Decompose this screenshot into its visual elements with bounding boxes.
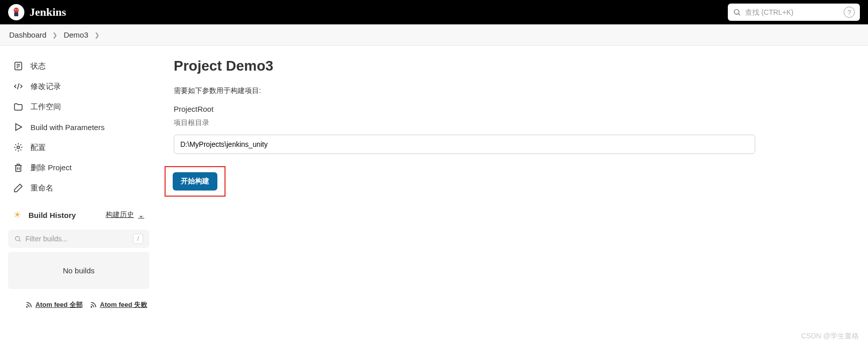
sidebar-item-status[interactable]: 状态 xyxy=(4,56,153,76)
sidebar-item-label: 删除 Project xyxy=(30,163,72,173)
search-icon xyxy=(733,8,741,16)
search-icon xyxy=(14,235,21,242)
sidebar-item-workspace[interactable]: 工作空间 xyxy=(4,97,153,117)
atom-feed-fail-link[interactable]: Atom feed 失败 xyxy=(90,300,147,309)
feed-links: Atom feed 全部 Atom feed 失败 xyxy=(4,293,153,313)
sidebar-item-label: Build with Parameters xyxy=(30,123,105,132)
build-history-title: Build History xyxy=(28,211,76,219)
svg-marker-11 xyxy=(16,123,22,130)
search-input[interactable] xyxy=(745,8,840,16)
svg-line-14 xyxy=(19,240,21,242)
atom-feed-all-link[interactable]: Atom feed 全部 xyxy=(25,300,83,309)
gear-icon xyxy=(13,142,23,152)
svg-line-10 xyxy=(17,83,19,89)
pencil-icon xyxy=(13,183,23,193)
sidebar-item-label: 重命名 xyxy=(30,183,53,193)
trend-label: 构建历史 xyxy=(106,210,134,219)
app-title[interactable]: Jenkins xyxy=(29,6,66,19)
folder-icon xyxy=(13,102,23,112)
sidebar-item-label: 工作空间 xyxy=(30,102,61,112)
search-box[interactable]: ? xyxy=(728,4,860,21)
sidebar-item-label: 配置 xyxy=(30,143,46,152)
sun-icon: ☀ xyxy=(13,209,21,220)
svg-point-13 xyxy=(15,236,19,240)
chevron-down-icon: ⌄ xyxy=(138,211,144,219)
header-right: ? xyxy=(728,4,860,21)
svg-point-16 xyxy=(91,306,92,307)
sidebar-item-configure[interactable]: 配置 xyxy=(4,137,153,157)
header: Jenkins ? xyxy=(0,0,868,24)
build-button[interactable]: 开始构建 xyxy=(173,172,217,191)
help-icon[interactable]: ? xyxy=(844,7,855,18)
param-description: 需要如下参数用于构建项目: xyxy=(174,86,852,96)
sidebar-item-changes[interactable]: 修改记录 xyxy=(4,76,153,97)
header-left: Jenkins xyxy=(8,4,66,20)
param-hint: 项目根目录 xyxy=(174,118,852,128)
chevron-right-icon: ❯ xyxy=(94,31,100,39)
svg-line-5 xyxy=(738,14,740,15)
no-builds-message: No builds xyxy=(8,252,149,289)
sidebar: 状态 修改记录 工作空间 Build with Parameters 配置 xyxy=(0,46,157,324)
project-root-input[interactable] xyxy=(174,135,755,154)
breadcrumb-demo3[interactable]: Demo3 xyxy=(63,30,88,39)
trash-icon xyxy=(13,163,23,173)
jenkins-logo-icon[interactable] xyxy=(8,4,24,20)
svg-point-12 xyxy=(17,146,20,149)
status-icon xyxy=(13,61,23,71)
rss-icon xyxy=(25,301,33,308)
svg-point-4 xyxy=(734,10,739,14)
svg-point-2 xyxy=(15,9,16,10)
svg-point-15 xyxy=(26,306,27,307)
breadcrumb-dashboard[interactable]: Dashboard xyxy=(9,30,46,39)
filter-builds-box[interactable]: / xyxy=(8,230,149,248)
slash-shortcut-icon: / xyxy=(133,234,143,244)
svg-point-3 xyxy=(17,9,18,10)
main-content: Project Demo3 需要如下参数用于构建项目: ProjectRoot … xyxy=(157,46,868,324)
sidebar-item-label: 状态 xyxy=(30,61,46,71)
sidebar-item-rename[interactable]: 重命名 xyxy=(4,178,153,198)
build-history-trend-link[interactable]: 构建历史 ⌄ xyxy=(106,210,144,219)
svg-rect-1 xyxy=(14,12,18,16)
sidebar-item-build-params[interactable]: Build with Parameters xyxy=(4,117,153,137)
breadcrumb: Dashboard ❯ Demo3 ❯ xyxy=(0,24,868,46)
page-title: Project Demo3 xyxy=(174,58,852,74)
build-button-highlight: 开始构建 xyxy=(165,166,226,197)
svg-point-0 xyxy=(14,8,19,13)
chevron-right-icon: ❯ xyxy=(52,31,57,39)
sidebar-item-delete[interactable]: 删除 Project xyxy=(4,157,153,178)
rss-icon xyxy=(90,301,97,308)
build-history-header: ☀ Build History 构建历史 ⌄ xyxy=(4,204,153,226)
play-icon xyxy=(13,122,23,132)
filter-builds-input[interactable] xyxy=(25,235,129,243)
sidebar-item-label: 修改记录 xyxy=(30,82,61,91)
param-name: ProjectRoot xyxy=(174,105,852,113)
code-icon xyxy=(13,81,23,91)
